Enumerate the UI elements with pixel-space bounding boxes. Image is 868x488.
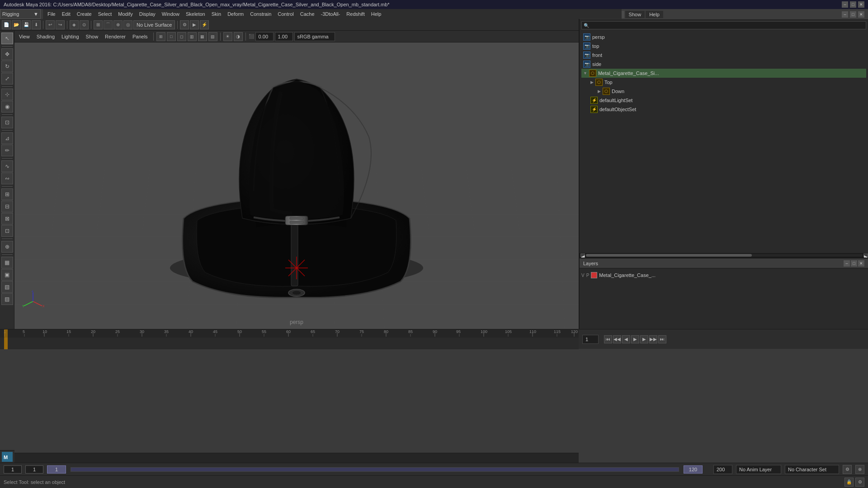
- scale-tool[interactable]: ⤢: [1, 73, 13, 84]
- prev-frame-btn[interactable]: ◀: [622, 335, 630, 343]
- layer-color-indicator[interactable]: [591, 272, 597, 278]
- menu-window[interactable]: Window: [159, 10, 182, 18]
- vp-menu-show[interactable]: Show: [83, 33, 101, 40]
- curve-tool[interactable]: ∿: [1, 160, 13, 172]
- outliner-tab-help[interactable]: Help: [646, 11, 663, 18]
- no-live-surface-button[interactable]: No Live Surface: [133, 20, 175, 29]
- undo-button[interactable]: ↩: [46, 20, 55, 29]
- select-mode-button[interactable]: ◈: [70, 20, 79, 29]
- vp-shade-3[interactable]: ▧: [208, 32, 217, 41]
- show-manip-tool[interactable]: ⊡: [1, 117, 13, 128]
- char-set-btn-2[interactable]: ⊕: [855, 465, 864, 474]
- char-set-btn-1[interactable]: ⚙: [843, 465, 852, 474]
- outliner-item-objectset[interactable]: ⚡ defaultObjectSet: [581, 105, 866, 114]
- outliner-item-persp[interactable]: 📷 persp: [581, 33, 866, 42]
- menu-file[interactable]: File: [45, 10, 58, 18]
- maximize-button[interactable]: □: [850, 1, 856, 8]
- no-anim-layer-field[interactable]: No Anim Layer: [736, 465, 781, 474]
- range-start-input[interactable]: 1: [47, 465, 66, 474]
- layer-float-btn[interactable]: □: [851, 260, 857, 267]
- menu-constrain[interactable]: Constrain: [247, 10, 274, 18]
- timeline-content[interactable]: [0, 338, 579, 349]
- redo-button[interactable]: ↪: [56, 20, 65, 29]
- component-mode-1[interactable]: ⊞: [1, 188, 13, 200]
- misc-tool-1[interactable]: ▦: [1, 257, 13, 268]
- play-btn[interactable]: ▶: [631, 335, 639, 343]
- menu-display[interactable]: Display: [137, 10, 158, 18]
- vp-display-3[interactable]: ◻: [177, 32, 186, 41]
- gamma-value[interactable]: 1.00: [275, 32, 293, 41]
- new-scene-button[interactable]: 📄: [2, 20, 11, 29]
- main-viewport[interactable]: persp X Y Z: [14, 42, 579, 329]
- mode-selector[interactable]: Rigging ▼: [0, 9, 41, 19]
- paint-select-tool[interactable]: ✏: [1, 145, 13, 156]
- outliner-item-front[interactable]: 📷 front: [581, 51, 866, 60]
- timeline-range-bar[interactable]: [71, 467, 679, 472]
- status-icon-2[interactable]: ⚙: [855, 478, 864, 487]
- outliner-search[interactable]: 🔍: [581, 21, 866, 29]
- render-button[interactable]: ▶: [190, 20, 199, 29]
- open-button[interactable]: 📂: [12, 20, 21, 29]
- outliner-item-top-node[interactable]: ▶ ⬡ Top: [581, 78, 866, 87]
- vp-shade-1[interactable]: ▥: [188, 32, 197, 41]
- outliner-tab-show[interactable]: Show: [625, 11, 645, 18]
- component-mode-4[interactable]: ⊡: [1, 225, 13, 237]
- menu-edit[interactable]: Edit: [59, 10, 73, 18]
- outliner-float-btn[interactable]: □: [850, 11, 856, 18]
- outliner-scrollbar[interactable]: ◀ ▶: [580, 253, 868, 258]
- go-to-start-btn[interactable]: ⏮: [604, 335, 612, 343]
- next-key-btn[interactable]: ▶▶: [649, 335, 657, 343]
- snap-surface-button[interactable]: ◎: [123, 20, 132, 29]
- vp-lights-btn[interactable]: ☀: [223, 32, 232, 41]
- snap-align-tool[interactable]: ⊕: [1, 241, 13, 253]
- lasso-select-tool[interactable]: ⊿: [1, 132, 13, 144]
- menu-deform[interactable]: Deform: [225, 10, 246, 18]
- frame-start-input[interactable]: 1: [4, 465, 22, 474]
- outliner-close-btn[interactable]: ✕: [858, 11, 864, 18]
- vp-menu-view[interactable]: View: [16, 33, 33, 40]
- outliner-item-lightset[interactable]: ⚡ defaultLightSet: [581, 96, 866, 105]
- mel-input[interactable]: [16, 455, 577, 461]
- import-button[interactable]: ⬇: [32, 20, 41, 29]
- vp-menu-renderer[interactable]: Renderer: [102, 33, 128, 40]
- menu-help[interactable]: Help: [368, 10, 384, 18]
- vp-display-1[interactable]: ⊞: [156, 32, 165, 41]
- minimize-button[interactable]: –: [842, 1, 848, 8]
- vp-menu-shading[interactable]: Shading: [34, 33, 57, 40]
- menu-modify[interactable]: Modify: [115, 10, 135, 18]
- menu-skeleton[interactable]: Skeleton: [183, 10, 208, 18]
- range-end-input[interactable]: 120: [684, 465, 703, 474]
- layer-close-btn[interactable]: ✕: [858, 260, 864, 267]
- scrollbar-thumb[interactable]: [586, 254, 752, 257]
- snap-grid-button[interactable]: ⊞: [94, 20, 103, 29]
- prev-key-btn[interactable]: ◀◀: [613, 335, 621, 343]
- vp-shade-2[interactable]: ▦: [198, 32, 207, 41]
- lasso-button[interactable]: ⊙: [80, 20, 89, 29]
- menu-control[interactable]: Control: [275, 10, 296, 18]
- snap-curve-button[interactable]: ⌒: [104, 20, 113, 29]
- outliner-item-top[interactable]: 📷 top: [581, 42, 866, 51]
- ipr-render-button[interactable]: ⚡: [200, 20, 209, 29]
- current-frame-marker[interactable]: [4, 338, 8, 349]
- outliner-minimize-btn[interactable]: –: [842, 11, 848, 18]
- max-frame-input[interactable]: 200: [713, 465, 732, 474]
- frame-display[interactable]: 1: [582, 335, 599, 344]
- soft-mod-tool[interactable]: ◉: [1, 101, 13, 113]
- move-tool[interactable]: ✥: [1, 48, 13, 60]
- scrollbar-track[interactable]: [586, 254, 863, 257]
- vp-display-2[interactable]: □: [167, 32, 176, 41]
- outliner-item-side[interactable]: 📷 side: [581, 60, 866, 69]
- status-icon-1[interactable]: 🔒: [844, 478, 854, 487]
- go-to-end-btn[interactable]: ⏭: [658, 335, 666, 343]
- misc-tool-4[interactable]: ▨: [1, 293, 13, 305]
- scroll-left-btn[interactable]: ◀: [580, 253, 585, 257]
- layer-minimize-btn[interactable]: –: [844, 260, 850, 267]
- menu-redshift[interactable]: Redshift: [344, 10, 367, 18]
- next-frame-btn[interactable]: ▶: [640, 335, 648, 343]
- select-tool[interactable]: ↖: [1, 33, 13, 44]
- scroll-right-btn[interactable]: ▶: [863, 253, 868, 257]
- vp-menu-lighting[interactable]: Lighting: [59, 33, 82, 40]
- component-mode-2[interactable]: ⊟: [1, 201, 13, 212]
- close-button[interactable]: ✕: [858, 1, 864, 8]
- vp-menu-panels[interactable]: Panels: [130, 33, 151, 40]
